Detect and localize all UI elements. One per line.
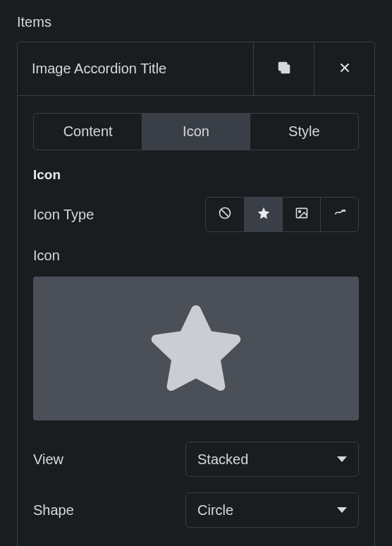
tab-icon[interactable]: Icon bbox=[142, 114, 250, 150]
chevron-down-icon bbox=[337, 456, 347, 462]
icon-type-row: Icon Type bbox=[33, 197, 359, 232]
accordion-title[interactable]: Image Accordion Title bbox=[18, 42, 253, 95]
subsection-title: Icon bbox=[33, 167, 359, 183]
accordion-item: Image Accordion Title Content Icon Style bbox=[17, 42, 375, 546]
accordion-header: Image Accordion Title bbox=[18, 42, 374, 96]
svg-point-6 bbox=[298, 211, 300, 213]
icon-type-lottie[interactable] bbox=[320, 198, 358, 231]
star-icon bbox=[257, 206, 271, 223]
none-icon bbox=[218, 206, 232, 223]
section-title: Items bbox=[17, 14, 375, 30]
icon-type-none[interactable] bbox=[206, 198, 244, 231]
icon-field-label: Icon bbox=[33, 248, 359, 264]
icon-type-group bbox=[205, 197, 359, 232]
icon-preview[interactable] bbox=[33, 277, 359, 420]
shape-select-value: Circle bbox=[197, 502, 233, 518]
icon-type-image[interactable] bbox=[282, 198, 320, 231]
tabs: Content Icon Style bbox=[33, 113, 359, 150]
view-row: View Stacked bbox=[33, 442, 359, 477]
accordion-body: Content Icon Style Icon Icon Type bbox=[18, 96, 374, 546]
shape-label: Shape bbox=[33, 502, 74, 518]
close-icon bbox=[337, 60, 353, 78]
shape-select[interactable]: Circle bbox=[185, 492, 359, 528]
icon-type-label: Icon Type bbox=[33, 207, 94, 223]
star-icon bbox=[143, 294, 249, 403]
copy-icon bbox=[276, 60, 292, 78]
duplicate-button[interactable] bbox=[253, 42, 314, 95]
svg-line-4 bbox=[221, 210, 229, 217]
view-label: View bbox=[33, 451, 63, 468]
view-select[interactable]: Stacked bbox=[185, 442, 359, 477]
svg-point-7 bbox=[342, 210, 343, 212]
lottie-icon bbox=[333, 206, 347, 223]
shape-row: Shape Circle bbox=[33, 492, 359, 528]
svg-point-8 bbox=[343, 210, 345, 212]
image-icon bbox=[295, 206, 309, 223]
close-button[interactable] bbox=[314, 42, 374, 95]
tab-content[interactable]: Content bbox=[34, 114, 142, 150]
chevron-down-icon bbox=[337, 507, 347, 513]
icon-type-icon[interactable] bbox=[244, 198, 282, 231]
tab-style[interactable]: Style bbox=[250, 114, 358, 150]
view-select-value: Stacked bbox=[197, 451, 248, 468]
